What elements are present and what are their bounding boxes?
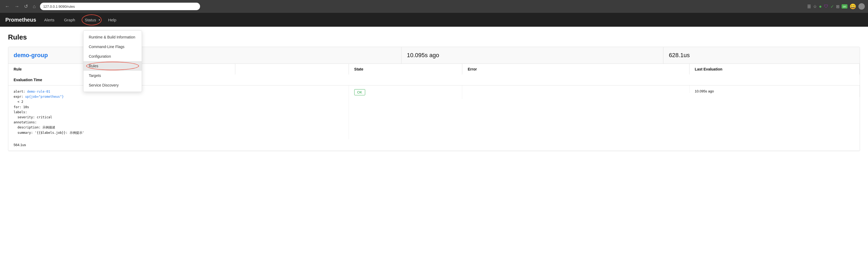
rules-item-wrapper: Rules xyxy=(84,61,142,71)
table-row: alert: demo-rule-01 expr: up{job="promet… xyxy=(8,85,860,151)
rule-alert-name: demo-rule-01 xyxy=(27,90,51,93)
last-eval-value: 10.095s ago xyxy=(695,89,714,93)
rule-cell: alert: demo-rule-01 expr: up{job="promet… xyxy=(8,85,349,139)
shield-icon: 🛡 xyxy=(824,4,828,9)
group-last-eval: 10.095s ago xyxy=(401,47,663,63)
dropdown-item-service-discovery[interactable]: Service Discovery xyxy=(84,80,142,90)
puzzle-icon: ⊞ xyxy=(836,4,839,9)
menu-icon[interactable]: ☰ xyxy=(807,4,811,9)
status-dropdown-menu: Runtime & Build Information Command-Line… xyxy=(83,30,142,92)
status-dropdown-trigger[interactable]: Status ▾ xyxy=(83,17,100,23)
status-dropdown-arrow: ▾ xyxy=(99,19,100,21)
address-bar[interactable]: 127.0.0.1:9090/rules xyxy=(40,3,200,10)
nav-alerts[interactable]: Alerts xyxy=(43,17,56,23)
status-dropdown-wrapper: Status ▾ Runtime & Build Information Com… xyxy=(83,17,100,23)
browser-chrome: ← → ↺ ⌂ 127.0.0.1:9090/rules ☰ ☆ ● 🛡 ✓ ⊞… xyxy=(0,0,868,13)
col-error: Error xyxy=(462,64,689,75)
dropdown-item-targets[interactable]: Targets xyxy=(84,71,142,80)
last-eval-cell: 10.095s ago xyxy=(689,85,860,97)
rule-expr: up{job="prometheus"} xyxy=(25,95,64,99)
back-button[interactable]: ← xyxy=(3,3,11,10)
error-cell xyxy=(462,85,689,93)
rule-code: alert: demo-rule-01 expr: up{job="promet… xyxy=(13,89,343,135)
home-button[interactable]: ⌂ xyxy=(31,3,37,10)
check-icon: ✓ xyxy=(830,4,834,9)
dropdown-item-configuration[interactable]: Configuration xyxy=(84,52,142,61)
col-empty xyxy=(235,64,349,75)
browser-icons: ☰ ☆ ● 🛡 ✓ ⊞ on 😀 xyxy=(807,3,865,9)
avatar-icon xyxy=(859,3,865,9)
circle-green-icon: ● xyxy=(819,4,822,9)
url-text: 127.0.0.1:9090/rules xyxy=(43,4,75,8)
status-badge: OK xyxy=(354,89,365,95)
emoji-icon: 😀 xyxy=(849,3,856,9)
reload-button[interactable]: ↺ xyxy=(22,2,30,10)
eval-time-value: 564.1us xyxy=(13,143,26,147)
nav-brand[interactable]: Prometheus xyxy=(5,17,36,23)
nav-graph[interactable]: Graph xyxy=(62,17,77,23)
navbar: Prometheus Alerts Graph Status ▾ Runtime… xyxy=(0,13,868,27)
dropdown-item-runtime[interactable]: Runtime & Build Information xyxy=(84,32,142,42)
green-badge-icon: on xyxy=(842,4,847,8)
nav-buttons: ← → ↺ ⌂ xyxy=(3,2,37,10)
nav-help[interactable]: Help xyxy=(106,17,118,23)
status-dropdown-label: Status xyxy=(83,17,98,23)
eval-time-cell: 564.1us xyxy=(8,139,235,150)
star-icon[interactable]: ☆ xyxy=(813,4,817,9)
group-eval-time: 628.1us xyxy=(663,47,860,63)
col-state: State xyxy=(349,64,463,75)
dropdown-item-cmdflags[interactable]: Command-Line Flags xyxy=(84,42,142,52)
forward-button[interactable]: → xyxy=(13,3,21,10)
col-last-eval: Last Evaluation xyxy=(689,64,860,75)
state-cell: OK xyxy=(349,85,463,99)
dropdown-item-rules[interactable]: Rules xyxy=(84,61,142,71)
